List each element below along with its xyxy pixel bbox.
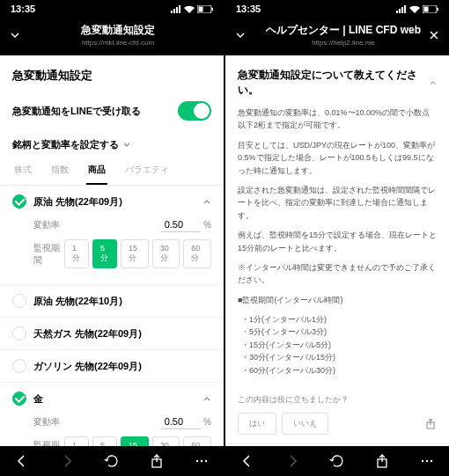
instrument-item: 天然ガス 先物(22年09月)	[0, 318, 224, 350]
chip-5min[interactable]: 5分	[92, 239, 117, 268]
right-phone: 13:35 ヘルプセンター | LINE CFD web https://hel…	[225, 0, 449, 476]
chip-15min[interactable]: 15分	[121, 239, 149, 268]
wifi-icon	[184, 5, 195, 13]
item-head[interactable]: 原油 先物(22年09月)	[0, 186, 224, 217]
tab-variety[interactable]: バラエティ	[123, 157, 171, 185]
config-header[interactable]: 銘柄と変動率を設定する	[0, 129, 224, 157]
chip-5min[interactable]: 5分	[92, 436, 117, 446]
chip-1min[interactable]: 1分	[64, 239, 89, 268]
back-icon[interactable]	[14, 453, 30, 469]
receive-toggle[interactable]	[178, 101, 211, 121]
period-label: 監視期間	[33, 439, 64, 447]
forward-icon[interactable]	[284, 453, 300, 469]
instrument-item: ガソリン 先物(22年09月)	[0, 350, 224, 383]
share-icon[interactable]	[374, 453, 390, 469]
browser-toolbar	[225, 446, 449, 476]
checkbox[interactable]	[12, 359, 26, 373]
svg-rect-0	[171, 11, 173, 13]
chevron-up-icon[interactable]	[202, 394, 211, 403]
item-name: ガソリン 先物(22年09月)	[33, 360, 211, 373]
period-label: 監視期間	[33, 242, 64, 267]
battery-icon	[423, 5, 438, 13]
rate-label: 変動率	[33, 219, 60, 231]
rate-input[interactable]: 0.50	[161, 217, 201, 232]
wifi-icon	[409, 5, 420, 13]
tab-commodity[interactable]: 商品	[86, 157, 107, 185]
svg-rect-1	[173, 9, 175, 13]
battery-icon	[197, 5, 213, 13]
reload-icon[interactable]	[104, 453, 120, 469]
instrument-item: 金 変動率 0.50% 監視期間 1分 5分 15分 30分 60分	[0, 383, 224, 446]
status-time: 13:35	[236, 4, 261, 14]
svg-point-22	[430, 460, 431, 462]
svg-rect-14	[404, 5, 406, 13]
app-header: ヘルプセンター | LINE CFD web https://help2.lin…	[225, 18, 449, 55]
chevron-up-icon[interactable]	[202, 197, 211, 206]
tab-stock[interactable]: 株式	[12, 157, 33, 185]
share-icon[interactable]	[424, 418, 437, 430]
svg-rect-11	[396, 11, 398, 13]
checkbox[interactable]	[12, 194, 26, 209]
chevron-down-icon[interactable]	[9, 29, 21, 41]
signal-icon	[171, 5, 181, 13]
feedback-question: この内容は役に立ちましたか？	[238, 394, 437, 406]
help-content: 急変動通知設定について教えてください。 急変動通知の変動率は、0.01%〜10.…	[225, 55, 449, 446]
chevron-down-icon[interactable]	[234, 29, 247, 41]
svg-rect-12	[399, 9, 401, 13]
signal-icon	[396, 5, 407, 13]
item-name: 金	[33, 392, 195, 406]
menu-icon[interactable]	[419, 453, 435, 469]
reload-icon[interactable]	[329, 453, 345, 469]
item-head[interactable]: 天然ガス 先物(22年09月)	[0, 318, 224, 349]
receive-toggle-row: 急変動通知をLINEで受け取る	[0, 92, 224, 129]
svg-point-9	[200, 460, 202, 462]
svg-rect-16	[424, 6, 429, 11]
checkbox[interactable]	[12, 294, 26, 308]
checkbox[interactable]	[12, 326, 26, 341]
faq-answer: 急変動通知の変動率は、0.01%〜10.00%の間で小数点以下2桁まで指定が可能…	[225, 106, 449, 377]
header-url: https://mkt.line-cfd.com	[21, 39, 215, 47]
feedback-yes-button[interactable]: はい	[238, 413, 276, 435]
chevron-up-icon	[429, 78, 438, 87]
forward-icon[interactable]	[59, 453, 75, 469]
header-url: https://help2.line.me	[247, 39, 440, 47]
checkbox[interactable]	[12, 392, 26, 406]
receive-label: 急変動通知をLINEで受け取る	[12, 105, 141, 118]
item-head[interactable]: 原油 先物(22年10月)	[0, 285, 224, 317]
status-bar: 13:35	[225, 0, 449, 18]
svg-rect-2	[176, 7, 178, 13]
status-time: 13:35	[11, 4, 35, 14]
close-icon[interactable]	[428, 29, 440, 41]
tab-index[interactable]: 指数	[49, 157, 70, 185]
instrument-item: 原油 先物(22年10月)	[0, 285, 224, 318]
period-chips: 1分 5分 15分 30分 60分	[64, 436, 211, 446]
item-name: 天然ガス 先物(22年09月)	[33, 327, 211, 341]
main-content: 急変動通知設定 急変動通知をLINEで受け取る 銘柄と変動率を設定する 株式 指…	[0, 55, 224, 446]
browser-toolbar	[0, 446, 224, 476]
svg-rect-5	[199, 6, 203, 11]
tabs: 株式 指数 商品 バラエティ	[0, 157, 224, 186]
instrument-item: 原油 先物(22年09月) 変動率 0.50% 監視期間 1分 5分 15分 3…	[0, 186, 224, 285]
item-head[interactable]: 金	[0, 383, 224, 414]
share-icon[interactable]	[149, 453, 165, 469]
chip-30min[interactable]: 30分	[152, 436, 180, 446]
feedback-no-button[interactable]: いいえ	[282, 413, 328, 435]
period-chips: 1分 5分 15分 30分 60分	[64, 239, 211, 268]
status-icons	[171, 5, 213, 13]
status-bar: 13:35	[0, 0, 224, 18]
faq-question-title[interactable]: 急変動通知設定について教えてください。	[225, 55, 449, 106]
rate-input[interactable]: 0.50	[161, 414, 201, 429]
chip-60min[interactable]: 60分	[183, 239, 211, 268]
menu-icon[interactable]	[194, 453, 210, 469]
chip-15min[interactable]: 15分	[121, 436, 149, 446]
chip-1min[interactable]: 1分	[64, 436, 89, 446]
chip-30min[interactable]: 30分	[152, 239, 180, 268]
chip-60min[interactable]: 60分	[183, 436, 211, 446]
back-icon[interactable]	[239, 453, 255, 469]
header-title: ヘルプセンター | LINE CFD web	[247, 23, 440, 38]
svg-rect-3	[179, 5, 180, 13]
svg-rect-6	[212, 8, 214, 11]
item-head[interactable]: ガソリン 先物(22年09月)	[0, 350, 224, 382]
page-title: 急変動通知設定	[0, 55, 224, 92]
svg-rect-13	[401, 7, 403, 13]
